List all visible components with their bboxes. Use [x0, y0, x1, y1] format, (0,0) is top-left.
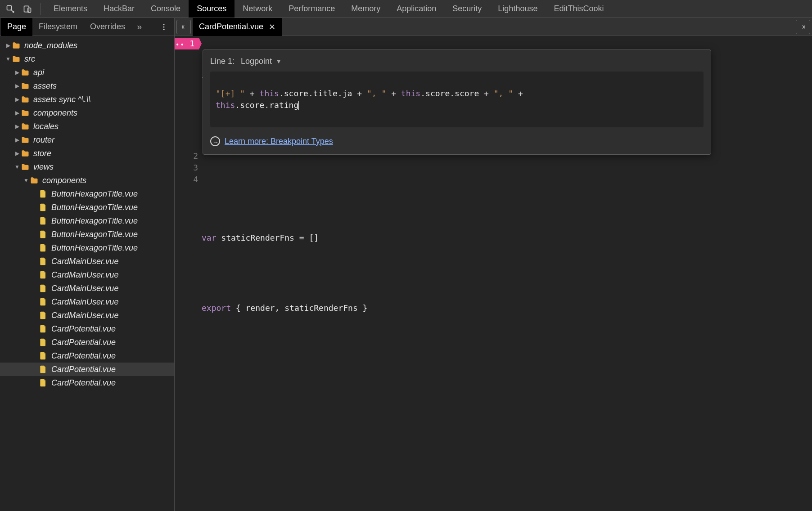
- panel-tab-performance[interactable]: Performance: [280, 0, 343, 18]
- open-file-tab[interactable]: CardPotential.vue ✕: [193, 18, 282, 36]
- panel-tab-hackbar[interactable]: HackBar: [95, 0, 143, 18]
- separator: [41, 3, 41, 15]
- tree-file[interactable]: CardMainUser.vue: [0, 268, 174, 282]
- tree-folder[interactable]: ▶api: [0, 66, 174, 79]
- tree-item-label: ButtonHexagonTitle.vue: [51, 214, 138, 228]
- tree-file[interactable]: ButtonHexagonTitle.vue: [0, 187, 174, 201]
- tree-file[interactable]: CardMainUser.vue: [0, 282, 174, 295]
- tree-item-label: components: [33, 106, 77, 120]
- line-number: 1: [175, 38, 198, 49]
- device-toolbar-icon[interactable]: [20, 1, 35, 17]
- folder-icon: [21, 149, 30, 158]
- panel-tab-memory[interactable]: Memory: [343, 0, 388, 18]
- tree-folder[interactable]: ▶router: [0, 133, 174, 147]
- code-line: export { render, staticRenderFns }: [202, 302, 812, 314]
- svg-point-3: [163, 24, 165, 25]
- tree-item-label: CardPotential.vue: [51, 376, 116, 390]
- more-tabs-icon[interactable]: »: [133, 22, 145, 32]
- file-icon: [39, 297, 48, 306]
- panel-tab-editthiscooki[interactable]: EditThisCooki: [546, 0, 612, 18]
- tree-folder[interactable]: ▶assets sync ^\.\\: [0, 93, 174, 106]
- chevron-right-icon[interactable]: ▶: [5, 39, 12, 52]
- editor-tab-bar: CardPotential.vue ✕: [175, 18, 812, 36]
- folder-icon: [21, 108, 30, 117]
- line-number: 2: [175, 150, 198, 162]
- panel-tab-elements[interactable]: Elements: [45, 0, 95, 18]
- tree-file[interactable]: CardMainUser.vue: [0, 295, 174, 309]
- tree-file[interactable]: ButtonHexagonTitle.vue: [0, 241, 174, 255]
- tree-file[interactable]: CardPotential.vue: [0, 363, 174, 376]
- panel-tab-console[interactable]: Console: [143, 0, 189, 18]
- folder-icon: [12, 41, 21, 50]
- lp-token: .score.rating: [235, 100, 298, 110]
- tree-file[interactable]: CardPotential.vue: [0, 349, 174, 363]
- nav-next-icon[interactable]: [796, 20, 810, 34]
- svg-point-5: [163, 28, 165, 30]
- tree-file[interactable]: CardPotential.vue: [0, 376, 174, 390]
- folder-icon: [21, 95, 30, 104]
- tree-folder[interactable]: ▶node_modules: [0, 39, 174, 52]
- tree-file[interactable]: ButtonHexagonTitle.vue: [0, 228, 174, 241]
- chevron-down-icon[interactable]: ▼: [14, 160, 21, 174]
- tree-folder[interactable]: ▼src: [0, 52, 174, 66]
- tree-folder[interactable]: ▼components: [0, 174, 174, 187]
- code-area: •• 1 2 3 4 var render = function () {var…: [175, 36, 812, 511]
- breakpoint-type-dropdown[interactable]: Logpoint ▼: [241, 55, 282, 67]
- file-icon: [39, 378, 48, 387]
- navigator-tab-overrides[interactable]: Overrides: [84, 18, 131, 36]
- tree-file[interactable]: CardMainUser.vue: [0, 255, 174, 268]
- close-tab-icon[interactable]: ✕: [269, 22, 275, 32]
- tree-file[interactable]: CardPotential.vue: [0, 336, 174, 349]
- tree-item-label: CardMainUser.vue: [51, 309, 118, 322]
- chevron-down-icon[interactable]: ▼: [5, 52, 12, 66]
- panel-tab-security[interactable]: Security: [444, 0, 490, 18]
- folder-icon: [30, 176, 39, 185]
- chevron-right-icon[interactable]: ▶: [14, 120, 21, 133]
- logpoint-expression-input[interactable]: "[+] " + this.score.title.ja + ", " + th…: [210, 72, 704, 127]
- navigator-tab-page[interactable]: Page: [1, 18, 32, 36]
- chevron-right-icon[interactable]: ▶: [14, 79, 21, 93]
- learn-more-link[interactable]: Learn more: Breakpoint Types: [225, 135, 333, 147]
- tree-folder[interactable]: ▶locales: [0, 120, 174, 133]
- lp-token: +: [513, 89, 528, 98]
- inspect-element-icon[interactable]: [3, 1, 18, 17]
- panel-tab-application[interactable]: Application: [388, 0, 444, 18]
- nav-previous-icon[interactable]: [176, 20, 191, 34]
- chevron-right-icon[interactable]: ▶: [14, 147, 21, 160]
- folder-icon: [21, 162, 30, 171]
- file-icon: [39, 270, 48, 279]
- tree-file[interactable]: CardMainUser.vue: [0, 309, 174, 322]
- file-icon: [39, 311, 48, 320]
- line-number: 3: [175, 162, 198, 174]
- file-icon: [39, 216, 48, 225]
- panel-tab-lighthouse[interactable]: Lighthouse: [490, 0, 546, 18]
- navigator-tab-filesystem[interactable]: Filesystem: [32, 18, 84, 36]
- dropdown-caret-icon: ▼: [275, 55, 282, 67]
- folder-icon: [21, 81, 30, 90]
- panel-tab-network[interactable]: Network: [235, 0, 280, 18]
- panel-tab-sources[interactable]: Sources: [189, 0, 235, 18]
- line-number-gutter[interactable]: •• 1 2 3 4: [175, 36, 202, 511]
- chevron-right-icon[interactable]: ▶: [14, 133, 21, 147]
- sources-navigator: PageFilesystemOverrides » ▶node_modules▼…: [0, 18, 175, 511]
- lp-token: ", ": [367, 89, 386, 98]
- tree-file[interactable]: ButtonHexagonTitle.vue: [0, 201, 174, 214]
- tree-folder[interactable]: ▶store: [0, 147, 174, 160]
- kebab-menu-icon[interactable]: [156, 19, 171, 35]
- open-file-name: CardPotential.vue: [199, 22, 263, 31]
- chevron-right-icon[interactable]: ▶: [14, 106, 21, 120]
- tree-folder[interactable]: ▶assets: [0, 79, 174, 93]
- tree-folder[interactable]: ▶components: [0, 106, 174, 120]
- chevron-right-icon[interactable]: ▶: [14, 93, 21, 106]
- tree-item-label: CardPotential.vue: [51, 363, 116, 376]
- tree-folder[interactable]: ▼views: [0, 160, 174, 174]
- file-icon: [39, 284, 48, 293]
- file-icon: [39, 243, 48, 252]
- tree-file[interactable]: CardPotential.vue: [0, 322, 174, 336]
- lp-token: +: [245, 89, 260, 98]
- tree-file[interactable]: ButtonHexagonTitle.vue: [0, 214, 174, 228]
- breakpoint-type-value: Logpoint: [241, 55, 272, 67]
- file-icon: [39, 189, 48, 198]
- chevron-right-icon[interactable]: ▶: [14, 66, 21, 79]
- chevron-down-icon[interactable]: ▼: [23, 174, 30, 187]
